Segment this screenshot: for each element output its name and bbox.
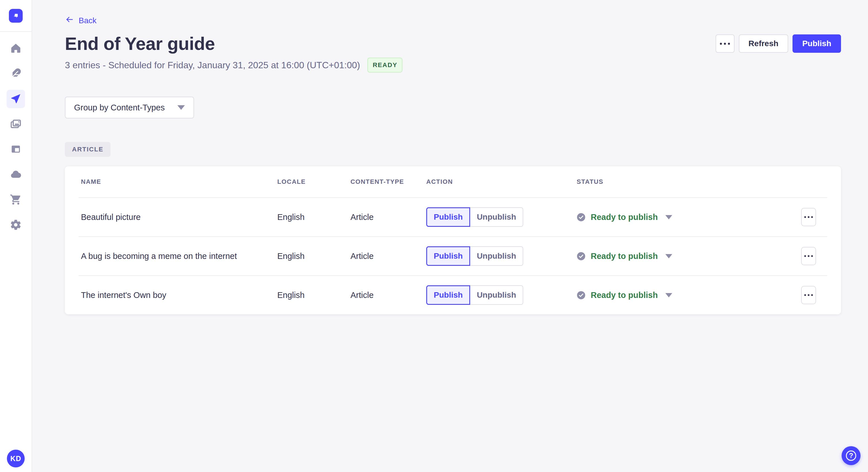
column-header-content-type: CONTENT-TYPE	[350, 178, 426, 186]
entry-locale: English	[277, 291, 350, 300]
header-actions: Refresh Publish	[716, 34, 841, 53]
refresh-button[interactable]: Refresh	[739, 34, 788, 53]
row-unpublish-toggle[interactable]: Unpublish	[470, 246, 523, 266]
entry-locale: English	[277, 251, 350, 261]
content-type-group-chip: ARTICLE	[65, 142, 111, 157]
page-title: End of Year guide	[65, 34, 215, 53]
table-header-row: NAME LOCALE CONTENT-TYPE ACTION STATUS	[65, 166, 841, 197]
question-mark-icon: ?	[846, 450, 856, 461]
sidebar-item-releases[interactable]	[7, 90, 25, 108]
more-options-button[interactable]	[716, 34, 735, 53]
sidebar-item-home[interactable]	[7, 39, 25, 58]
check-circle-icon	[577, 252, 586, 261]
settings-gear-icon	[10, 219, 22, 232]
feather-pen-icon	[10, 67, 22, 80]
entry-content-type: Article	[350, 212, 426, 222]
row-unpublish-toggle[interactable]: Unpublish	[470, 285, 523, 305]
sidebar-logo-area	[0, 0, 32, 32]
back-link[interactable]: Back	[65, 15, 96, 26]
arrow-left-icon	[65, 15, 74, 26]
check-circle-icon	[577, 213, 586, 222]
group-by-select[interactable]: Group by Content-Types	[65, 97, 194, 119]
entries-table: NAME LOCALE CONTENT-TYPE ACTION STATUS B…	[65, 166, 841, 314]
row-publish-toggle[interactable]: Publish	[426, 246, 470, 266]
sidebar-item-media-library[interactable]	[7, 115, 25, 133]
media-pictures-icon	[10, 118, 22, 131]
ellipsis-icon	[804, 255, 813, 257]
paper-plane-icon	[10, 93, 22, 105]
row-publish-toggle[interactable]: Publish	[426, 207, 470, 227]
entry-name: The internet's Own boy	[81, 291, 277, 300]
chevron-down-icon	[665, 293, 672, 297]
table-row: A bug is becoming a meme on the internet…	[65, 237, 841, 275]
status-dropdown[interactable]: Ready to publish	[577, 212, 672, 222]
status-dropdown[interactable]: Ready to publish	[577, 291, 672, 300]
publish-button[interactable]: Publish	[793, 34, 841, 53]
chevron-down-icon	[177, 105, 185, 110]
status-badge: READY	[367, 58, 402, 72]
sidebar-item-marketplace[interactable]	[7, 191, 25, 209]
row-publish-toggle[interactable]: Publish	[426, 285, 470, 305]
ellipsis-icon	[720, 43, 730, 45]
status-label: Ready to publish	[591, 212, 658, 222]
subtitle-row: 3 entries - Scheduled for Friday, Januar…	[65, 58, 841, 72]
sidebar-item-content-manager[interactable]	[7, 65, 25, 83]
strapi-logo-icon	[11, 11, 20, 20]
chevron-down-icon	[665, 215, 672, 220]
column-header-locale: LOCALE	[277, 178, 350, 186]
shopping-cart-icon	[10, 194, 22, 206]
row-more-button[interactable]	[801, 247, 816, 265]
sidebar-item-cloud[interactable]	[7, 165, 25, 184]
sidebar-footer: KD	[7, 450, 25, 467]
ellipsis-icon	[804, 294, 813, 296]
status-label: Ready to publish	[591, 291, 658, 300]
title-row: End of Year guide Refresh Publish	[65, 34, 841, 53]
layout-blocks-icon	[10, 143, 22, 156]
column-header-name: NAME	[81, 178, 277, 186]
cloud-icon	[10, 168, 22, 181]
sidebar: KD	[0, 0, 32, 472]
row-more-button[interactable]	[801, 208, 816, 226]
sidebar-item-content-type-builder[interactable]	[7, 140, 25, 159]
strapi-logo[interactable]	[9, 9, 23, 23]
entry-name: A bug is becoming a meme on the internet	[81, 251, 277, 261]
row-more-button[interactable]	[801, 286, 816, 304]
entry-locale: English	[277, 212, 350, 222]
sidebar-nav	[7, 39, 25, 234]
main-content: Back End of Year guide Refresh Publish 3…	[32, 0, 868, 314]
status-dropdown[interactable]: Ready to publish	[577, 251, 672, 261]
help-button[interactable]: ?	[842, 446, 861, 465]
home-icon	[10, 42, 22, 55]
user-avatar[interactable]: KD	[7, 450, 25, 467]
sidebar-item-settings[interactable]	[7, 216, 25, 234]
entry-name: Beautiful picture	[81, 212, 277, 222]
ellipsis-icon	[804, 216, 813, 218]
chevron-down-icon	[665, 254, 672, 258]
table-row: Beautiful picture English Article Publis…	[65, 198, 841, 236]
entry-content-type: Article	[350, 251, 426, 261]
check-circle-icon	[577, 291, 586, 300]
back-label: Back	[79, 16, 96, 25]
column-header-status: STATUS	[577, 178, 801, 186]
table-row: The internet's Own boy English Article P…	[65, 276, 841, 314]
entry-content-type: Article	[350, 291, 426, 300]
group-by-value: Group by Content-Types	[74, 103, 165, 112]
column-header-action: ACTION	[426, 178, 577, 186]
release-subtitle: 3 entries - Scheduled for Friday, Januar…	[65, 60, 360, 71]
status-label: Ready to publish	[591, 251, 658, 261]
row-unpublish-toggle[interactable]: Unpublish	[470, 207, 523, 227]
